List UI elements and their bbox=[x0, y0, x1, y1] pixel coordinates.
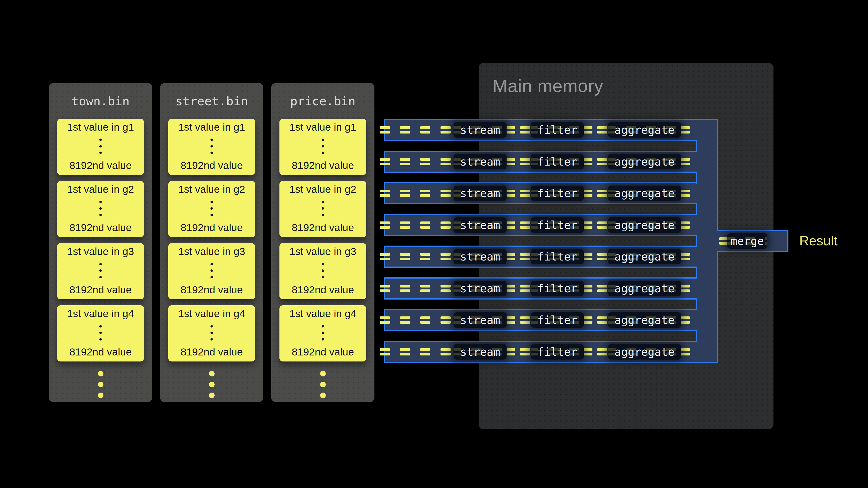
operator-label: aggregate bbox=[614, 314, 674, 327]
data-chunk-icon bbox=[400, 126, 410, 133]
ellipsis-dots-icon bbox=[211, 263, 213, 278]
data-chunk-icon bbox=[597, 158, 607, 165]
data-chunk-icon bbox=[582, 222, 592, 229]
operator-box-aggregate: aggregate bbox=[608, 186, 681, 201]
data-chunk-icon bbox=[400, 190, 410, 197]
data-chunk-icon bbox=[380, 285, 390, 292]
column-ellipsis-icon bbox=[279, 371, 366, 398]
data-chunk-icon bbox=[505, 158, 515, 165]
ellipsis-dots-icon bbox=[99, 325, 102, 340]
block-last-value-label: 8192nd value bbox=[69, 221, 132, 234]
operator-box-stream: stream bbox=[454, 312, 506, 328]
operator-box-aggregate: aggregate bbox=[608, 249, 681, 264]
block-last-value-label: 8192nd value bbox=[69, 283, 132, 296]
value-block: 1st value in g1 8192nd value bbox=[279, 119, 366, 175]
file-column: street.bin 1st value in g1 8192nd value … bbox=[160, 83, 263, 402]
operator-label: stream bbox=[460, 155, 500, 168]
data-chunk-icon bbox=[505, 285, 515, 292]
block-first-value-label: 1st value in g2 bbox=[289, 183, 356, 195]
column-ellipsis-icon bbox=[168, 371, 255, 398]
lane-gap-connector bbox=[695, 203, 697, 215]
operator-label: filter bbox=[537, 250, 577, 263]
value-block: 1st value in g3 8192nd value bbox=[279, 243, 366, 299]
data-chunk-icon bbox=[680, 222, 690, 229]
block-last-value-label: 8192nd value bbox=[292, 221, 354, 234]
merge-bus bbox=[697, 119, 718, 363]
data-chunk-icon bbox=[520, 253, 530, 260]
operator-box-aggregate: aggregate bbox=[608, 312, 681, 328]
block-first-value-label: 1st value in g2 bbox=[67, 183, 134, 195]
value-block: 1st value in g4 8192nd value bbox=[279, 305, 366, 361]
pipeline-lane: stream filter aggregate bbox=[383, 151, 718, 173]
data-chunk-icon bbox=[505, 253, 515, 260]
data-chunk-icon bbox=[597, 348, 607, 355]
operator-label: filter bbox=[537, 123, 577, 136]
data-chunk-icon bbox=[597, 253, 607, 260]
data-chunk-icon bbox=[420, 126, 430, 133]
ellipsis-dots-icon bbox=[99, 138, 102, 154]
data-chunk-icon bbox=[420, 158, 430, 165]
data-chunk-icon bbox=[440, 126, 451, 133]
value-block: 1st value in g1 8192nd value bbox=[168, 119, 255, 175]
data-chunk-icon bbox=[400, 348, 410, 355]
operator-box-stream: stream bbox=[454, 249, 506, 264]
block-first-value-label: 1st value in g4 bbox=[178, 307, 245, 320]
data-chunk-icon bbox=[680, 253, 690, 260]
operator-label: filter bbox=[537, 155, 577, 168]
data-chunk-icon bbox=[380, 158, 390, 165]
operator-label: stream bbox=[460, 282, 500, 295]
operator-box-aggregate: aggregate bbox=[608, 281, 681, 296]
column-ellipsis-icon bbox=[57, 371, 144, 398]
data-chunk-icon bbox=[380, 222, 390, 229]
block-last-value-label: 8192nd value bbox=[69, 159, 132, 171]
value-block: 1st value in g2 8192nd value bbox=[279, 181, 366, 237]
operator-label: aggregate bbox=[614, 250, 674, 263]
lane-gap-connector bbox=[695, 266, 697, 279]
block-last-value-label: 8192nd value bbox=[292, 283, 354, 296]
data-chunk-icon bbox=[420, 348, 430, 355]
block-last-value-label: 8192nd value bbox=[292, 346, 354, 358]
data-chunk-icon bbox=[680, 285, 690, 292]
value-block: 1st value in g3 8192nd value bbox=[168, 243, 255, 299]
operator-label: aggregate bbox=[614, 219, 674, 232]
file-column-body: 1st value in g1 8192nd value 1st value i… bbox=[168, 119, 255, 398]
block-last-value-label: 8192nd value bbox=[69, 346, 132, 358]
lane-gap-connector bbox=[695, 330, 697, 342]
data-chunk-icon bbox=[440, 317, 451, 324]
file-name-label: town.bin bbox=[49, 94, 152, 108]
data-chunk-icon bbox=[582, 317, 592, 324]
operator-box-stream: stream bbox=[454, 344, 506, 360]
data-chunk-icon bbox=[505, 348, 515, 355]
operator-box-filter: filter bbox=[531, 154, 584, 169]
pipeline-lane: stream filter aggregate bbox=[383, 182, 718, 204]
lane-gap-connector bbox=[695, 140, 697, 152]
data-chunk-icon bbox=[440, 158, 451, 165]
merge-label: merge bbox=[731, 234, 764, 248]
operator-label: stream bbox=[460, 123, 500, 136]
data-chunk-icon bbox=[520, 126, 530, 133]
operator-label: aggregate bbox=[614, 155, 674, 168]
block-first-value-label: 1st value in g3 bbox=[178, 245, 245, 258]
pipeline-lane: stream filter aggregate bbox=[383, 246, 718, 268]
data-chunk-icon bbox=[680, 317, 690, 324]
data-chunk-icon bbox=[680, 190, 690, 197]
data-chunk-icon bbox=[400, 253, 410, 260]
data-chunk-icon bbox=[597, 317, 607, 324]
operator-box-stream: stream bbox=[454, 122, 506, 138]
data-chunk-icon bbox=[400, 317, 410, 324]
data-chunk-icon bbox=[597, 222, 607, 229]
operator-box-aggregate: aggregate bbox=[608, 154, 681, 169]
pipeline-diagram: Main memory town.bin 1st value in g1 819… bbox=[0, 0, 868, 488]
data-chunk-icon bbox=[380, 190, 390, 197]
data-chunk-icon bbox=[520, 158, 530, 165]
operator-box-filter: filter bbox=[531, 122, 584, 138]
data-chunk-icon bbox=[505, 126, 515, 133]
data-chunk-icon bbox=[582, 158, 592, 165]
file-name-label: street.bin bbox=[160, 94, 263, 108]
ellipsis-dots-icon bbox=[322, 138, 324, 154]
operator-label: filter bbox=[537, 187, 577, 200]
pipeline-lane: stream filter aggregate bbox=[383, 278, 718, 299]
data-chunk-icon bbox=[380, 348, 390, 355]
operator-box-filter: filter bbox=[531, 312, 584, 328]
operator-label: stream bbox=[460, 345, 500, 358]
